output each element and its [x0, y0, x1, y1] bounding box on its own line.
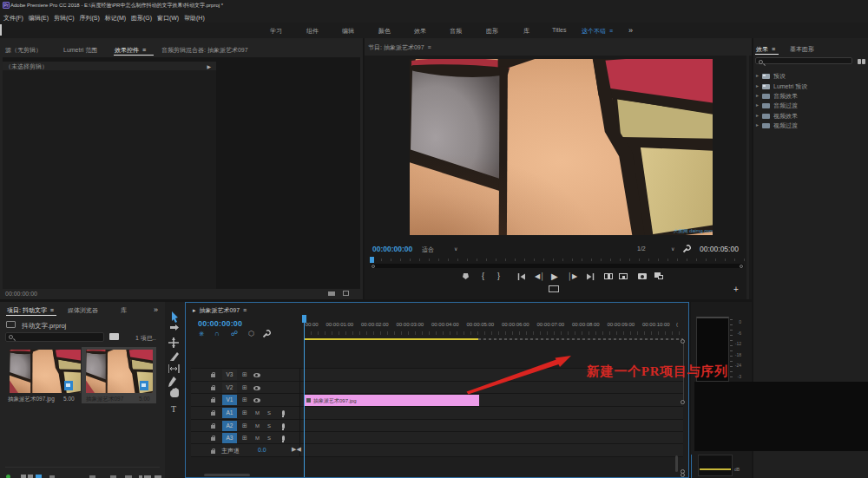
svg-text:大图网 daimg.com: 大图网 daimg.com: [674, 228, 713, 233]
svg-text:T: T: [171, 404, 176, 414]
